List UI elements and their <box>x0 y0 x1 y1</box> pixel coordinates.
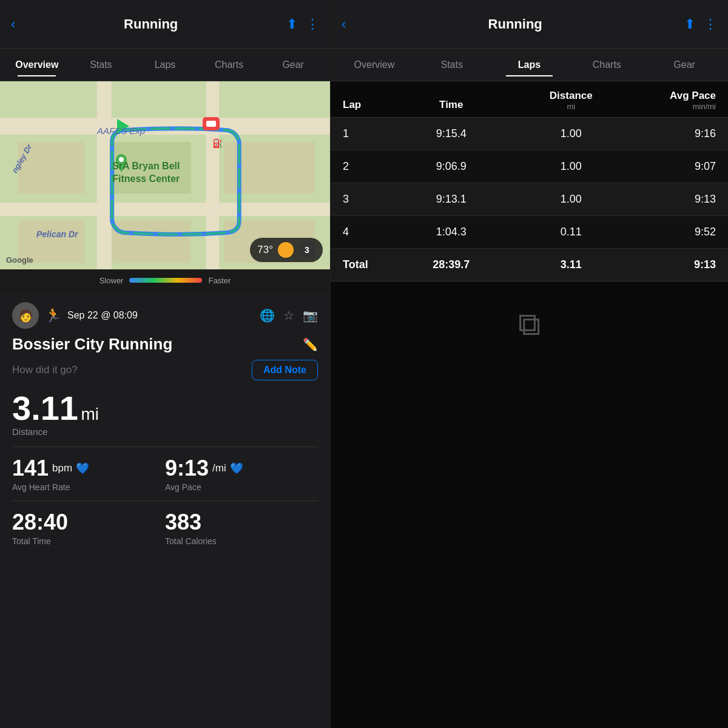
heart-rate-label: Avg Heart Rate <box>12 482 165 492</box>
right-back-button[interactable]: ‹ <box>342 16 346 32</box>
tab-stats-left[interactable]: Stats <box>69 53 133 76</box>
map-area: SrA Bryan BellFitness Center Pelican Dr … <box>0 81 330 269</box>
tab-laps-right[interactable]: Laps <box>491 53 568 76</box>
left-title: Running <box>15 16 286 32</box>
total-time-stat: 28:40 Total Time <box>12 510 165 546</box>
stats-row-2: 28:40 Total Time 383 Total Calories <box>12 510 318 546</box>
col-time: Time <box>391 99 511 111</box>
add-photo-icon[interactable]: 📷 <box>303 308 318 323</box>
total-time-value-row: 28:40 <box>12 510 165 535</box>
tab-gear-left[interactable]: Gear <box>261 53 325 76</box>
total-label: Total <box>343 258 391 271</box>
svg-rect-1 <box>0 118 330 135</box>
svg-rect-4 <box>206 81 219 269</box>
faster-label: Faster <box>208 276 231 285</box>
col-distance-unit: mi <box>511 102 632 111</box>
activity-meta: 🧑 🏃 Sep 22 @ 08:09 🌐 ☆ 📷 <box>12 302 318 329</box>
lap-time: 9:13.1 <box>391 193 511 206</box>
lap-dist: 1.00 <box>511 160 632 173</box>
svg-rect-2 <box>0 203 330 216</box>
right-more-button[interactable]: ⋮ <box>704 16 717 32</box>
lap-num: 3 <box>343 193 391 206</box>
stats-row-1: 141 bpm 💙 Avg Heart Rate 9:13 /mi 💙 Avg … <box>12 456 318 492</box>
col-avg-pace: Avg Pace min/mi <box>631 90 716 111</box>
heart-rate-value-row: 141 bpm 💙 <box>12 456 165 481</box>
temperature: 73° <box>257 244 273 256</box>
calories-label: Total Calories <box>165 536 318 546</box>
lap-time: 9:15.4 <box>391 127 511 140</box>
running-icon: 🏃 <box>45 308 61 323</box>
pace-value: 9:13 <box>165 456 209 481</box>
svg-rect-3 <box>97 81 112 269</box>
heart-rate-value: 141 <box>12 456 49 481</box>
total-time-label: Total Time <box>12 536 165 546</box>
divider-2 <box>12 500 318 501</box>
tab-stats-right[interactable]: Stats <box>413 53 491 76</box>
left-back-button[interactable]: ‹ <box>11 16 15 32</box>
note-row: How did it go? Add Note <box>12 360 318 380</box>
pace-unit: /mi <box>212 462 226 474</box>
add-note-button[interactable]: Add Note <box>252 360 318 380</box>
col-lap: Lap <box>343 99 391 111</box>
slower-label: Slower <box>99 276 124 285</box>
tab-gear-right[interactable]: Gear <box>645 53 723 76</box>
lap-num: 1 <box>343 127 391 140</box>
lap-pace: 9:52 <box>631 226 716 238</box>
table-row: 3 9:13.1 1.00 9:13 <box>331 183 728 216</box>
divider-1 <box>12 447 318 447</box>
note-prompt: How did it go? <box>12 364 78 376</box>
col-avg-pace-label: Avg Pace <box>670 90 716 101</box>
activity-date: Sep 22 @ 08:09 <box>67 310 254 321</box>
globe-icon: 🌐 <box>260 308 275 323</box>
tab-laps-left[interactable]: Laps <box>133 53 197 76</box>
left-header-icons: ⬆ ⋮ <box>286 16 319 32</box>
svg-rect-9 <box>112 221 191 263</box>
total-pace: 9:13 <box>631 258 716 271</box>
lap-badge: 3 <box>298 241 315 258</box>
right-tab-bar: Overview Stats Laps Charts Gear <box>331 49 728 81</box>
star-icon[interactable]: ☆ <box>283 308 294 323</box>
lap-pace: 9:13 <box>631 193 716 206</box>
pace-icon: 💙 <box>230 462 243 475</box>
right-title: Running <box>346 16 684 32</box>
pace-stat: 9:13 /mi 💙 Avg Pace <box>165 456 318 492</box>
distance-stat: 3.11 mi Distance <box>12 391 318 437</box>
lap-num: 2 <box>343 160 391 173</box>
gas-icon: ⛽ <box>212 138 223 148</box>
heart-rate-icon: 💙 <box>76 462 89 475</box>
pace-label: Avg Pace <box>165 482 318 492</box>
left-more-button[interactable]: ⋮ <box>306 16 319 32</box>
right-panel: ‹ Running ⬆ ⋮ Overview Stats Laps Charts… <box>331 0 728 728</box>
end-marker <box>200 115 222 136</box>
activity-title-row: Bossier City Running ✏️ <box>12 335 318 354</box>
left-header: ‹ Running ⬆ ⋮ <box>0 0 330 49</box>
tab-charts-left[interactable]: Charts <box>197 53 261 76</box>
left-share-button[interactable]: ⬆ <box>286 16 297 32</box>
lap-pace: 9:16 <box>631 127 716 140</box>
lap-time: 9:06.9 <box>391 160 511 173</box>
distance-unit: mi <box>81 405 99 423</box>
lap-dist: 1.00 <box>511 127 632 140</box>
heart-rate-stat: 141 bpm 💙 Avg Heart Rate <box>12 456 165 492</box>
laps-table: Lap Time Distance mi Avg Pace min/mi 1 9… <box>331 81 728 728</box>
lap-dist: 1.00 <box>511 193 632 206</box>
right-share-button[interactable]: ⬆ <box>684 16 695 32</box>
tab-overview-right[interactable]: Overview <box>335 53 413 76</box>
tab-overview-left[interactable]: Overview <box>5 53 69 76</box>
left-panel: ‹ Running ⬆ ⋮ Overview Stats Laps Charts… <box>0 0 331 728</box>
distance-value: 3.11 <box>12 389 78 427</box>
right-header-icons: ⬆ ⋮ <box>684 16 717 32</box>
calories-stat: 383 Total Calories <box>165 510 318 546</box>
col-distance: Distance mi <box>511 90 632 111</box>
right-header: ‹ Running ⬆ ⋮ <box>331 0 728 49</box>
aafes-label: AAFES Exp <box>97 126 145 136</box>
location-pin <box>114 154 129 175</box>
total-row: Total 28:39.7 3.11 9:13 <box>331 249 728 281</box>
activity-content: 🧑 🏃 Sep 22 @ 08:09 🌐 ☆ 📷 Bossier City Ru… <box>0 291 330 728</box>
distance-value-row: 3.11 mi <box>12 391 318 425</box>
lap-rows-container: 1 9:15.4 1.00 9:16 2 9:06.9 1.00 9:07 3 … <box>331 118 728 249</box>
tab-charts-right[interactable]: Charts <box>568 53 645 76</box>
export-icon[interactable]: ⧉ <box>518 306 541 343</box>
lap-dist: 0.11 <box>511 226 632 238</box>
edit-icon[interactable]: ✏️ <box>303 337 318 352</box>
